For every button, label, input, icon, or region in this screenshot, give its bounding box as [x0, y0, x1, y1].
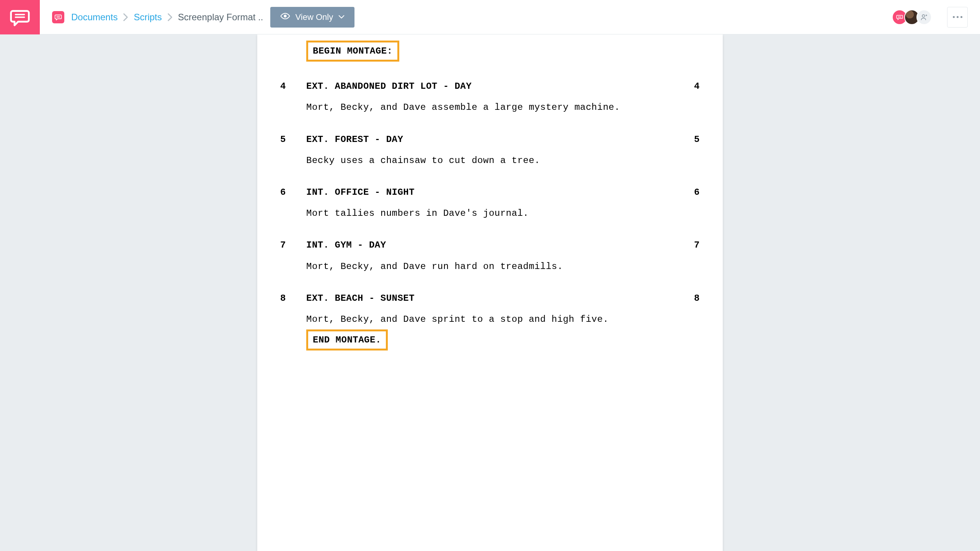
app-logo[interactable] — [0, 0, 40, 34]
script-page: BEGIN MONTAGE: 4EXT. ABANDONED DIRT LOT … — [257, 34, 723, 551]
scene-number-left: 5 — [280, 132, 306, 147]
scene-block: 7INT. GYM - DAY7Mort, Becky, and Dave ru… — [280, 238, 700, 273]
breadcrumb-link-documents[interactable]: Documents — [71, 12, 118, 23]
scene-block: 5EXT. FOREST - DAY5Becky uses a chainsaw… — [280, 132, 700, 168]
begin-montage-marker: BEGIN MONTAGE: — [306, 41, 399, 62]
breadcrumb: Documents Scripts Screenplay Format .. — [71, 12, 263, 23]
breadcrumb-current: Screenplay Format .. — [178, 12, 263, 23]
scene-heading: EXT. BEACH - SUNSET — [306, 291, 684, 305]
breadcrumb-link-scripts[interactable]: Scripts — [134, 12, 162, 23]
person-add-icon — [920, 13, 928, 21]
breadcrumb-logo[interactable] — [52, 11, 64, 23]
scene-heading: INT. OFFICE - NIGHT — [306, 185, 684, 199]
view-mode-label: View Only — [296, 12, 333, 22]
scene-number-right: 4 — [684, 79, 700, 93]
chat-bubble-icon — [896, 13, 903, 21]
scene-action: Becky uses a chainsaw to cut down a tree… — [306, 153, 700, 168]
svg-point-8 — [926, 15, 927, 16]
add-collaborator-button[interactable] — [916, 10, 932, 25]
scene-number-right: 5 — [684, 132, 700, 147]
scene-number-left: 6 — [280, 185, 306, 199]
scene-number-right: 6 — [684, 185, 700, 199]
scene-heading: INT. GYM - DAY — [306, 238, 684, 252]
scene-block: 8EXT. BEACH - SUNSET8Mort, Becky, and Da… — [280, 291, 700, 326]
top-bar: Documents Scripts Screenplay Format .. V… — [0, 0, 980, 34]
scene-action: Mort, Becky, and Dave run hard on treadm… — [306, 259, 700, 274]
view-mode-button[interactable]: View Only — [270, 7, 355, 28]
svg-point-4 — [284, 15, 286, 17]
scene-number-right: 7 — [684, 238, 700, 252]
scene-action: Mort, Becky, and Dave assemble a large m… — [306, 100, 700, 114]
chat-bubble-icon — [54, 13, 62, 21]
scene-action: Mort, Becky, and Dave sprint to a stop a… — [306, 312, 700, 326]
eye-icon — [280, 11, 290, 23]
scene-action: Mort tallies numbers in Dave's journal. — [306, 206, 700, 220]
scene-heading: EXT. FOREST - DAY — [306, 132, 684, 147]
collaborator-avatars — [892, 10, 932, 25]
scene-heading: EXT. ABANDONED DIRT LOT - DAY — [306, 79, 684, 93]
chevron-right-icon — [167, 13, 173, 21]
scene-block: 6INT. OFFICE - NIGHT6Mort tallies number… — [280, 185, 700, 220]
scene-block: 4EXT. ABANDONED DIRT LOT - DAY4Mort, Bec… — [280, 79, 700, 114]
chevron-right-icon — [123, 13, 128, 21]
scene-number-left: 7 — [280, 238, 306, 252]
end-montage-marker: END MONTAGE. — [306, 329, 388, 350]
svg-point-7 — [922, 15, 925, 17]
scene-number-left: 4 — [280, 79, 306, 93]
more-menu-button[interactable] — [947, 7, 968, 28]
chevron-down-icon — [338, 12, 345, 22]
document-stage: BEGIN MONTAGE: 4EXT. ABANDONED DIRT LOT … — [0, 34, 980, 551]
scene-number-left: 8 — [280, 291, 306, 305]
scene-number-right: 8 — [684, 291, 700, 305]
chat-bubble-icon — [9, 7, 31, 28]
more-horizontal-icon — [953, 16, 962, 18]
